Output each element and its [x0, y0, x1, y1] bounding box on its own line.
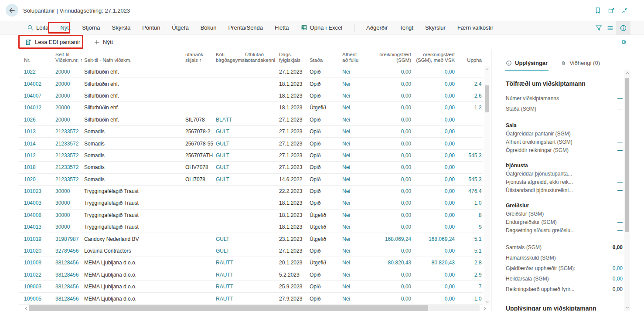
factbox-field-value[interactable]: —	[617, 171, 623, 177]
cell-location_code[interactable]: GULT	[216, 141, 245, 147]
cell-uninvoiced_sgm[interactable]: 0,00	[368, 284, 411, 290]
cell-location_code[interactable]: BLÁTT	[216, 117, 245, 123]
cell-uninvoiced_sgm[interactable]: 0,00	[368, 164, 411, 170]
column-header-sell_to_no[interactable]: Selt-til -Viðskm.nr. ↑	[55, 49, 84, 66]
cell-fully_shipped[interactable]: Nei	[342, 176, 368, 183]
cell-fully_shipped[interactable]: Nei	[342, 164, 368, 170]
table-row[interactable]: 102021233572SomadisOLI7078GULT14.6.2022O…	[19, 174, 483, 186]
cell-location_code[interactable]: RAUTT	[216, 260, 245, 266]
cell-amount[interactable]: 1.03	[455, 197, 482, 209]
menu-item--tgefa[interactable]: Útgefa	[172, 21, 188, 34]
cell-nr[interactable]: 101022	[24, 272, 55, 278]
cell-sell_to_no[interactable]: 30000	[55, 224, 84, 230]
cell-location_code[interactable]: RAUTT	[216, 284, 245, 290]
cell-amount[interactable]: 1.24	[455, 102, 482, 113]
scroll-down-arrow[interactable]	[624, 304, 630, 311]
cell-uninvoiced_sgm[interactable]: 0,00	[368, 296, 411, 302]
menu-item-b-kun[interactable]: Bókun	[201, 21, 217, 34]
cell-sell_to_no[interactable]: 21233572	[55, 152, 84, 159]
cell-nr[interactable]: 104012	[24, 105, 55, 111]
table-row[interactable]: 10102330000Tryggingafélagið Traust22.2.2…	[19, 186, 483, 197]
cell-fully_shipped[interactable]: Nei	[342, 272, 368, 278]
menu-item-opna-excel[interactable]: Opna í Excel	[301, 21, 342, 34]
cell-amount[interactable]: 73	[455, 281, 482, 292]
scrollbar-thumb[interactable]	[485, 85, 489, 112]
info-pane-toggle-icon[interactable]	[616, 21, 630, 35]
factbox-field-value[interactable]: 0,00	[613, 276, 623, 282]
cell-nr[interactable]: 101023	[24, 188, 55, 194]
column-header-assigned_user[interactable]: Úthlutaðnotandakenni	[245, 49, 279, 66]
cell-fully_shipped[interactable]: Nei	[342, 224, 368, 230]
factbox-field-value[interactable]: —	[617, 179, 623, 185]
factbox-field-value[interactable]: —	[617, 95, 623, 101]
menu-item-tengt[interactable]: Tengt	[399, 21, 413, 34]
cell-fully_shipped[interactable]: Nei	[342, 152, 368, 159]
cell-location_code[interactable]: GULT	[216, 176, 245, 183]
cell-location_code[interactable]: GULT	[216, 248, 245, 254]
cell-amount[interactable]: 545.32	[455, 150, 482, 161]
cell-uninvoiced_sgm_vat[interactable]: 0,00	[411, 200, 455, 206]
cell-nr[interactable]: 104007	[24, 93, 55, 99]
menu-item-stj-rna[interactable]: Stjórna	[82, 21, 100, 34]
factbox-field-value[interactable]: —	[617, 187, 623, 193]
table-row[interactable]: 10400220000Silfurbúðin ehf.18.1.2023Opið…	[19, 78, 483, 90]
cell-fully_shipped[interactable]: Nei	[342, 105, 368, 111]
cell-uninvoiced_sgm_vat[interactable]: 0,00	[411, 69, 455, 75]
factbox-field-value[interactable]: 0,00	[613, 265, 623, 271]
table-row[interactable]: 10101931987987Candoxy Nederland BVGULT23…	[19, 233, 483, 245]
column-header-sell_to_name[interactable]: Selt-til - Nafn viðskm.	[84, 49, 185, 66]
cell-uninvoiced_sgm[interactable]: 0,00	[368, 81, 411, 87]
cell-uninvoiced_sgm_vat[interactable]: 0,00	[411, 188, 455, 194]
table-row[interactable]: 102220000Silfurbúðin ehf.27.1.2023OpiðNe…	[19, 66, 483, 78]
cell-uninvoiced_sgm[interactable]: 0,00	[368, 128, 411, 135]
cell-sell_to_no[interactable]: 20000	[55, 81, 84, 87]
cell-uninvoiced_sgm[interactable]: 80.820,43	[368, 260, 411, 266]
cell-nr[interactable]: 104003	[24, 200, 55, 206]
cell-uninvoiced_sgm_vat[interactable]: 0,00	[411, 93, 455, 99]
cell-amount[interactable]: 2.95	[455, 269, 482, 281]
cell-uninvoiced_sgm[interactable]: 168.069,24	[368, 236, 411, 242]
cell-sell_to_no[interactable]: 30000	[55, 200, 84, 206]
cell-uninvoiced_sgm[interactable]: 0,00	[368, 200, 411, 206]
table-row[interactable]: 10900538128456MEMA Ljubljana d.o.o.RAUTT…	[19, 293, 483, 304]
cell-uninvoiced_sgm[interactable]: 0,00	[368, 69, 411, 75]
cell-fully_shipped[interactable]: Nei	[342, 93, 368, 99]
cell-nr[interactable]: 104002	[24, 81, 55, 87]
factbox-field-value[interactable]: —	[617, 139, 623, 145]
cell-sell_to_no[interactable]: 21233572	[55, 141, 84, 147]
cell-uninvoiced_sgm_vat[interactable]: 80.820,43	[411, 260, 455, 266]
factbox-field-value[interactable]: —	[617, 131, 623, 137]
cell-uninvoiced_sgm[interactable]: 0,00	[368, 105, 411, 111]
menu-item-leita[interactable]: Leita	[27, 21, 48, 34]
table-row[interactable]: 10102032789456Lovaina ContractorsGULT27.…	[19, 245, 483, 257]
cell-amount[interactable]: 476.46	[455, 186, 482, 197]
cell-sell_to_no[interactable]: 30000	[55, 188, 84, 194]
menu-item-sk-rsla[interactable]: Skýrsla	[112, 21, 131, 34]
list-view-icon[interactable]	[604, 21, 616, 35]
cell-uninvoiced_sgm_vat[interactable]: 0,00	[411, 176, 455, 183]
scroll-right-arrow[interactable]	[482, 305, 487, 311]
factbox-tab-vi-hengi-0-[interactable]: Viðhengi (0)	[561, 60, 600, 71]
cell-nr[interactable]: 1026	[24, 117, 55, 123]
cell-sell_to_no[interactable]: 20000	[55, 93, 84, 99]
cell-uninvoiced_sgm[interactable]: 0,00	[368, 176, 411, 183]
cell-amount[interactable]: 1.05	[455, 293, 482, 304]
factbox-field-value[interactable]: —	[617, 227, 623, 233]
cell-fully_shipped[interactable]: Nei	[342, 260, 368, 266]
cell-uninvoiced_sgm[interactable]: 0,00	[368, 117, 411, 123]
back-button[interactable]	[6, 4, 18, 17]
cell-fully_shipped[interactable]: Nei	[342, 188, 368, 194]
cell-uninvoiced_sgm[interactable]: 0,00	[368, 93, 411, 99]
cell-nr[interactable]: 1012	[24, 152, 55, 159]
cell-nr[interactable]: 1013	[24, 128, 55, 135]
cell-sell_to_no[interactable]: 38128456	[55, 260, 84, 266]
cell-amount[interactable]: 5.17	[455, 233, 482, 244]
table-row[interactable]: 10100938128456MEMA Ljubljana d.o.o.RAUTT…	[19, 257, 483, 269]
scrollbar-thumb[interactable]	[29, 305, 428, 311]
collapse-icon[interactable]	[621, 7, 629, 14]
scroll-up-arrow[interactable]	[484, 66, 490, 72]
cell-fully_shipped[interactable]: Nei	[342, 284, 368, 290]
cell-sell_to_no[interactable]: 38128456	[55, 272, 84, 278]
table-row[interactable]: 10400830000Tryggingafélagið Traust18.1.2…	[19, 210, 483, 221]
pin-icon[interactable]	[620, 35, 627, 49]
